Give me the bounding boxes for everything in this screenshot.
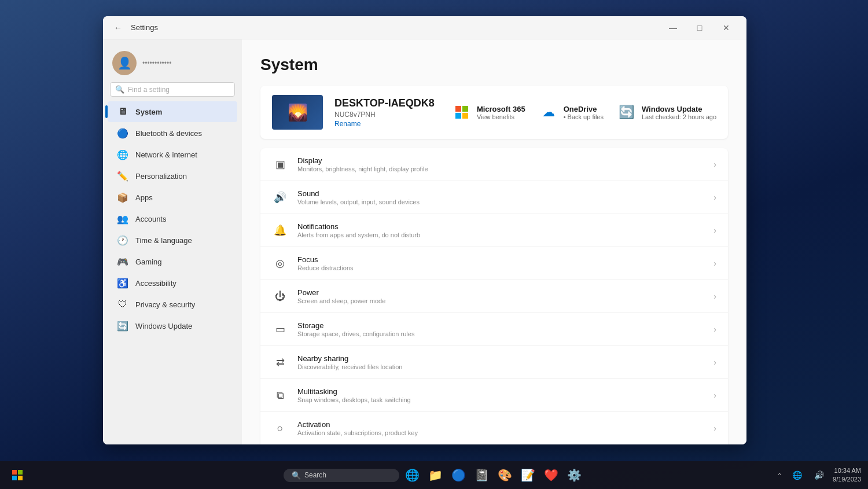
user-name: •••••••••••• — [142, 59, 171, 67]
taskbar-search[interactable]: 🔍 Search — [284, 469, 399, 482]
settings-item-display[interactable]: ▣ Display Monitors, brightness, night li… — [260, 148, 728, 181]
ql-text-windowsupdate: Windows Update Last checked: 2 hours ago — [642, 105, 716, 120]
svg-rect-6 — [12, 476, 17, 480]
settings-item-notifications[interactable]: 🔔 Notifications Alerts from apps and sys… — [260, 214, 728, 247]
settings-item-multitasking[interactable]: ⧉ Multitasking Snap windows, desktops, t… — [260, 379, 728, 412]
sidebar-item-personalization[interactable]: ✏️ Personalization — [108, 166, 237, 186]
settings-chevron-notifications: › — [713, 226, 716, 235]
nav-label-system: System — [135, 108, 162, 116]
settings-sub-power: Screen and sleep, power mode — [297, 297, 704, 304]
sidebar-item-apps[interactable]: 📦 Apps — [108, 187, 237, 208]
quick-link-windowsupdate[interactable]: 🔄 Windows Update Last checked: 2 hours a… — [617, 103, 716, 122]
settings-item-focus[interactable]: ◎ Focus Reduce distractions › — [260, 247, 728, 280]
settings-text-focus: Focus Reduce distractions — [297, 255, 704, 271]
taskbar-search-label: Search — [304, 471, 326, 479]
settings-chevron-multitasking: › — [713, 391, 716, 400]
svg-rect-2 — [455, 113, 461, 119]
sidebar-item-network[interactable]: 🌐 Network & internet — [108, 144, 237, 165]
page-title: System — [260, 56, 728, 74]
settings-sub-multitasking: Snap windows, desktops, task switching — [297, 396, 704, 403]
nav-icon-network: 🌐 — [117, 149, 128, 160]
close-button[interactable]: ✕ — [713, 19, 740, 37]
rename-link[interactable]: Rename — [334, 120, 441, 128]
settings-item-nearby[interactable]: ⇄ Nearby sharing Discoverability, receiv… — [260, 346, 728, 379]
taskbar-folder-icon[interactable]: 📁 — [425, 465, 446, 486]
taskbar-onenote-icon[interactable]: 📓 — [471, 465, 492, 486]
settings-chevron-power: › — [713, 292, 716, 301]
sidebar-item-bluetooth[interactable]: 🔵 Bluetooth & devices — [108, 123, 237, 144]
ql-icon-microsoft365 — [453, 103, 471, 122]
settings-title-storage: Storage — [297, 321, 704, 330]
window-controls: — □ ✕ — [660, 19, 740, 37]
settings-list: ▣ Display Monitors, brightness, night li… — [260, 148, 728, 444]
nav-items: 🖥 System 🔵 Bluetooth & devices 🌐 Network… — [103, 101, 242, 336]
settings-sub-display: Monitors, brightness, night light, displ… — [297, 166, 704, 172]
ms365-icon — [454, 104, 470, 120]
ql-icon-onedrive: ☁ — [539, 103, 558, 122]
tray-sound[interactable]: 🔊 — [808, 465, 829, 486]
settings-window: ← Settings — □ ✕ 👤 •••••••••••• 🔍 — [103, 16, 746, 444]
start-button[interactable] — [7, 465, 28, 486]
taskbar-chrome-icon[interactable]: 🔵 — [448, 465, 469, 486]
tray-network[interactable]: 🌐 — [786, 465, 807, 486]
window-title: Settings — [131, 23, 158, 32]
ql-icon-windowsupdate: 🔄 — [617, 103, 636, 122]
taskbar-heart-icon[interactable]: ❤️ — [540, 465, 561, 486]
taskbar-notes-icon[interactable]: 📝 — [517, 465, 538, 486]
back-button[interactable]: ← — [110, 20, 126, 36]
settings-text-multitasking: Multitasking Snap windows, desktops, tas… — [297, 387, 704, 403]
settings-icon-activation: ○ — [272, 420, 288, 436]
settings-text-storage: Storage Storage space, drives, configura… — [297, 321, 704, 337]
settings-item-power[interactable]: ⏻ Power Screen and sleep, power mode › — [260, 280, 728, 313]
settings-sub-nearby: Discoverability, received files location — [297, 363, 704, 370]
minimize-button[interactable]: — — [660, 19, 686, 37]
taskbar-ps-icon[interactable]: 🎨 — [494, 465, 515, 486]
search-box[interactable]: 🔍 — [110, 82, 235, 97]
clock-time: 10:34 AM — [833, 466, 861, 475]
device-model: NUC8v7PNH — [334, 111, 441, 119]
nav-icon-gaming: 🎮 — [117, 256, 128, 267]
taskbar-time[interactable]: 10:34 AM 9/19/2023 — [833, 466, 861, 484]
search-input[interactable] — [128, 86, 230, 94]
settings-icon-storage: ▭ — [272, 321, 288, 337]
nav-icon-update: 🔄 — [117, 320, 128, 332]
sidebar-item-system[interactable]: 🖥 System — [108, 101, 237, 122]
settings-item-activation[interactable]: ○ Activation Activation state, subscript… — [260, 412, 728, 444]
nav-icon-privacy: 🛡 — [117, 299, 128, 310]
settings-title-multitasking: Multitasking — [297, 387, 704, 396]
settings-item-storage[interactable]: ▭ Storage Storage space, drives, configu… — [260, 313, 728, 346]
settings-title-activation: Activation — [297, 420, 704, 429]
settings-sub-sound: Volume levels, output, input, sound devi… — [297, 198, 704, 205]
ql-text-microsoft365: Microsoft 365 View benefits — [477, 105, 525, 120]
ql-title-windowsupdate: Windows Update — [642, 105, 716, 113]
device-name: DESKTOP-IAEQDK8 — [334, 97, 441, 109]
maximize-button[interactable]: □ — [686, 19, 713, 37]
quick-link-onedrive[interactable]: ☁ OneDrive • Back up files — [539, 103, 604, 122]
avatar: 👤 — [112, 51, 137, 75]
sidebar-item-gaming[interactable]: 🎮 Gaming — [108, 251, 237, 272]
settings-chevron-display: › — [713, 160, 716, 169]
user-profile[interactable]: 👤 •••••••••••• — [103, 46, 242, 82]
sidebar-item-accessibility[interactable]: ♿ Accessibility — [108, 273, 237, 293]
svg-rect-1 — [462, 106, 468, 112]
taskbar-edge-icon[interactable]: 🌐 — [402, 465, 422, 486]
settings-title-nearby: Nearby sharing — [297, 354, 704, 363]
tray-expand[interactable]: ^ — [774, 469, 785, 481]
avatar-icon: 👤 — [117, 56, 132, 70]
quick-link-microsoft365[interactable]: Microsoft 365 View benefits — [453, 103, 525, 122]
settings-item-sound[interactable]: 🔊 Sound Volume levels, output, input, so… — [260, 181, 728, 214]
winupdate-icon: 🔄 — [619, 105, 634, 120]
taskbar-settings-icon[interactable]: ⚙️ — [564, 465, 584, 486]
nav-label-accessibility: Accessibility — [135, 279, 176, 288]
settings-text-nearby: Nearby sharing Discoverability, received… — [297, 354, 704, 370]
sidebar-item-accounts[interactable]: 👥 Accounts — [108, 208, 237, 229]
sidebar-item-time[interactable]: 🕐 Time & language — [108, 230, 237, 251]
sidebar-item-update[interactable]: 🔄 Windows Update — [108, 315, 237, 336]
sidebar-item-privacy[interactable]: 🛡 Privacy & security — [108, 294, 237, 315]
settings-sub-notifications: Alerts from apps and system, do not dist… — [297, 231, 704, 238]
ql-text-onedrive: OneDrive • Back up files — [564, 105, 604, 120]
settings-chevron-nearby: › — [713, 358, 716, 367]
svg-rect-5 — [18, 470, 23, 475]
settings-title-power: Power — [297, 288, 704, 297]
nav-label-apps: Apps — [135, 193, 153, 202]
